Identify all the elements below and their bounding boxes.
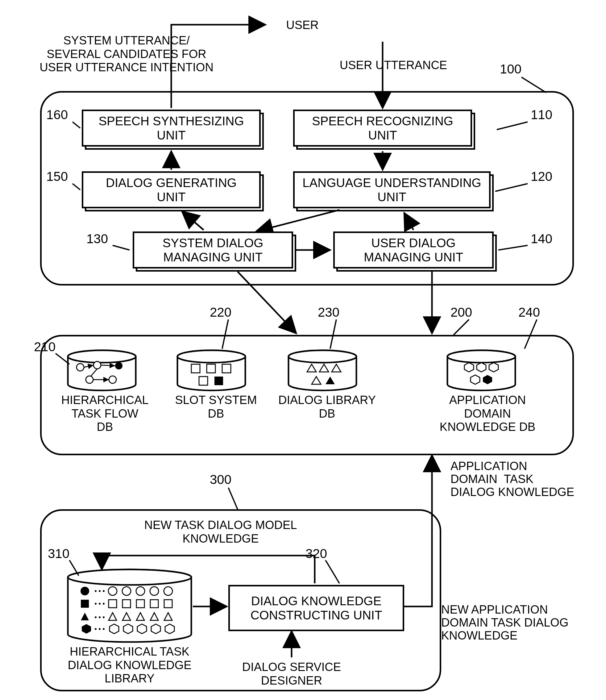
dialog-generating-unit: DIALOG GENERATING UNIT xyxy=(82,171,261,208)
ref-220: 220 xyxy=(210,305,231,320)
db-240-label: APPLICATION DOMAIN KNOWLEDGE DB xyxy=(432,393,543,434)
new-task-model-label: NEW TASK DIALOG MODEL KNOWLEDGE xyxy=(120,519,321,545)
ref-320: 320 xyxy=(305,546,327,561)
language-understanding-unit: LANGUAGE UNDERSTANDING UNIT xyxy=(293,171,491,208)
ref-130: 130 xyxy=(86,231,108,246)
ref-230: 230 xyxy=(318,305,340,320)
ref-310: 310 xyxy=(48,546,69,561)
ref-300: 300 xyxy=(210,472,231,487)
user-utterance-label: USER UTTERANCE xyxy=(324,59,463,72)
db-230-label: DIALOG LIBRARY DB xyxy=(278,393,376,420)
ref-240: 240 xyxy=(518,305,540,320)
app-domain-task-knowledge-label: APPLICATION DOMAIN TASK DIALOG KNOWLEDGE xyxy=(450,460,574,498)
library-310-label: HIERARCHICAL TASK DIALOG KNOWLEDGE LIBRA… xyxy=(60,645,199,685)
ref-100: 100 xyxy=(500,62,521,76)
dialog-knowledge-constructing-unit: DIALOG KNOWLEDGE CONSTRUCTING UNIT xyxy=(228,585,404,631)
ref-200: 200 xyxy=(450,305,472,320)
user-label: USER xyxy=(256,19,349,32)
system-utterance-label: SYSTEM UTTERANCE/ SEVERAL CANDIDATES FOR… xyxy=(19,34,234,74)
system-dialog-managing-unit: SYSTEM DIALOG MANAGING UNIT xyxy=(133,231,293,269)
new-app-domain-task-knowledge-label: NEW APPLICATION DOMAIN TASK DIALOG KNOWL… xyxy=(441,603,568,642)
db-220-label: SLOT SYSTEM DB xyxy=(167,393,265,420)
ref-210: 210 xyxy=(34,339,55,354)
ref-120: 120 xyxy=(531,169,552,184)
user-dialog-managing-unit: USER DIALOG MANAGING UNIT xyxy=(333,231,494,269)
speech-synthesizing-unit: SPEECH SYNTHESIZING UNIT xyxy=(82,110,261,146)
ref-140: 140 xyxy=(531,231,552,246)
ref-110: 110 xyxy=(531,107,552,122)
ref-160: 160 xyxy=(46,107,68,122)
speech-recognizing-unit: SPEECH RECOGNIZING UNIT xyxy=(293,110,472,146)
dialog-service-designer-label: DIALOG SERVICE DESIGNER xyxy=(230,660,353,687)
diagram-stage: USER SYSTEM UTTERANCE/ SEVERAL CANDIDATE… xyxy=(0,0,606,700)
db-210-label: HIERARCHICAL TASK FLOW DB xyxy=(55,393,154,434)
ref-150: 150 xyxy=(46,169,68,184)
